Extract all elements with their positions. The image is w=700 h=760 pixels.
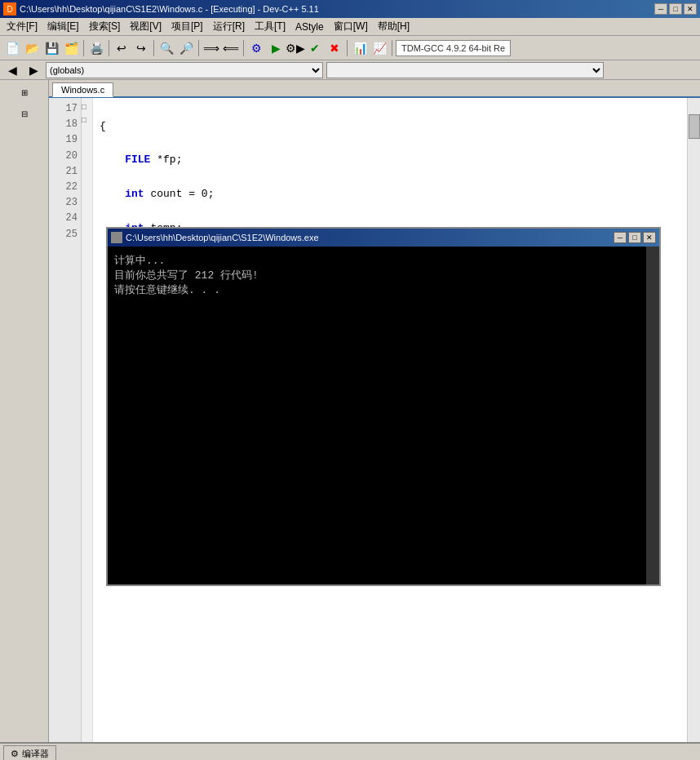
ln-22: 22	[49, 180, 78, 195]
nav-forward-button[interactable]: ▶	[24, 61, 42, 79]
window-title: C:\Users\hh\Desktop\qijianC\S1E2\Windows…	[20, 4, 319, 14]
tab-label: Windows.c	[61, 85, 104, 95]
title-bar-left: D C:\Users\hh\Desktop\qijianC\S1E2\Windo…	[3, 2, 319, 16]
menu-run[interactable]: 运行[R]	[208, 18, 250, 35]
menu-astyle[interactable]: AStyle	[290, 20, 329, 34]
ln-23: 23	[49, 195, 78, 211]
save-all-button[interactable]: 🗂️	[62, 39, 80, 57]
line-numbers: 17 18 19 20 21 22 23 24 25	[49, 98, 82, 742]
console-scrollbar[interactable]	[646, 247, 659, 584]
minimize-button[interactable]: ─	[654, 3, 667, 15]
stop-button[interactable]: ✖	[326, 39, 343, 57]
menu-help[interactable]: 帮助[H]	[373, 18, 414, 35]
ln-21: 21	[49, 164, 78, 180]
restore-button[interactable]: □	[669, 3, 682, 15]
left-btn2[interactable]: ⊟	[16, 104, 33, 122]
console-restore-btn[interactable]: □	[628, 232, 641, 243]
scrollbar-thumb[interactable]	[689, 114, 700, 139]
close-button[interactable]: ✕	[684, 3, 697, 15]
print-button[interactable]: 🖨️	[87, 39, 105, 57]
undo-button[interactable]: ↩	[113, 39, 131, 57]
toolbar: 📄 📂 💾 🗂️ 🖨️ ↩ ↪ 🔍 🔎 ⟹ ⟸ ⚙ ▶ ⚙▶ ✔ ✖ 📊 📈 T…	[0, 36, 700, 60]
tab-windows-c[interactable]: Windows.c	[52, 82, 113, 97]
editor-scrollbar[interactable]	[687, 98, 700, 742]
sep4	[198, 40, 199, 56]
console-title-left: C:\Users\hh\Desktop\qijianC\S1E2\Windows…	[111, 232, 319, 243]
console-line-2: 目前你总共写了 212 行代码!	[114, 268, 653, 282]
editor-container: Windows.c 17 18 19 20 21 22 23 24 25 □	[49, 80, 700, 742]
menu-tools[interactable]: 工具[T]	[250, 18, 290, 35]
globals-select[interactable]: (globals)	[46, 62, 323, 78]
indent-button[interactable]: ⟹	[202, 39, 220, 57]
left-panel: ⊞ ⊟	[0, 80, 49, 742]
check-button[interactable]: ✔	[306, 39, 324, 57]
code-line-19: int count = 0;	[100, 186, 680, 203]
debug-button[interactable]: 📊	[351, 39, 369, 57]
left-toggle-btn[interactable]: ⊞	[16, 83, 33, 101]
menu-file[interactable]: 文件[F]	[2, 18, 42, 35]
console-body: 计算中... 目前你总共写了 212 行代码! 请按任意键继续. . .	[108, 247, 659, 584]
unindent-button[interactable]: ⟸	[222, 39, 240, 57]
console-window: C:\Users\hh\Desktop\qijianC\S1E2\Windows…	[106, 227, 661, 586]
console-minimize-btn[interactable]: ─	[614, 232, 627, 243]
app-icon: D	[3, 2, 16, 16]
debug2-button[interactable]: 📈	[370, 39, 388, 57]
console-close-btn[interactable]: ✕	[643, 232, 656, 243]
ln-17: 17	[49, 101, 78, 117]
console-title: C:\Users\hh\Desktop\qijianC\S1E2\Windows…	[126, 233, 319, 242]
sep5	[243, 40, 244, 56]
bottom-toolbar: ⚙ 编译器	[0, 744, 700, 760]
code-line-17: {	[100, 118, 680, 136]
nav-back-button[interactable]: ◀	[3, 61, 21, 79]
sep1	[83, 40, 84, 56]
ln-18: 18	[49, 117, 78, 132]
function-select[interactable]	[326, 62, 604, 78]
ln-19: 19	[49, 132, 78, 148]
fold-23[interactable]: □	[82, 114, 92, 127]
compiler-icon: ⚙	[11, 749, 19, 759]
title-bar-buttons: ─ □ ✕	[654, 3, 697, 15]
find2-button[interactable]: 🔎	[177, 39, 195, 57]
compiler-label: TDM-GCC 4.9.2 64-bit Re	[396, 40, 511, 56]
main-area: ⊞ ⊟ Windows.c 17 18 19 20 21 22 23 24 25	[0, 80, 700, 742]
ln-20: 20	[49, 149, 78, 164]
console-line-1: 计算中...	[114, 253, 653, 268]
compiler-tab-btn[interactable]: ⚙ 编译器	[3, 745, 56, 760]
compile-run-button[interactable]: ⚙▶	[286, 39, 304, 57]
title-bar: D C:\Users\hh\Desktop\qijianC\S1E2\Windo…	[0, 0, 700, 18]
tab-bar: Windows.c	[49, 80, 700, 98]
fold-17[interactable]: □	[82, 101, 92, 114]
menu-bar: 文件[F] 编辑[E] 搜索[S] 视图[V] 项目[P] 运行[R] 工具[T…	[0, 18, 700, 36]
run-button[interactable]: ▶	[267, 39, 285, 57]
compile-button[interactable]: ⚙	[247, 39, 265, 57]
sep2	[109, 40, 109, 56]
code-line-18: FILE *fp;	[100, 152, 680, 169]
console-app-icon	[111, 232, 122, 243]
compiler-tab-label: 编译器	[22, 748, 49, 760]
menu-project[interactable]: 项目[P]	[166, 18, 208, 35]
sep6	[347, 40, 348, 56]
ln-25: 25	[49, 227, 78, 242]
menu-edit[interactable]: 编辑[E]	[42, 18, 84, 35]
open-button[interactable]: 📂	[23, 39, 41, 57]
save-button[interactable]: 💾	[42, 39, 60, 57]
find-button[interactable]: 🔍	[157, 39, 175, 57]
sep7	[392, 40, 392, 56]
fold-indicators: □ □	[82, 98, 93, 742]
sep3	[153, 40, 154, 56]
console-title-bar: C:\Users\hh\Desktop\qijianC\S1E2\Windows…	[108, 229, 659, 247]
redo-button[interactable]: ↪	[132, 39, 150, 57]
console-line-4: 请按任意键继续. . .	[114, 282, 653, 297]
menu-view[interactable]: 视图[V]	[125, 18, 166, 35]
menu-window[interactable]: 窗口[W]	[329, 18, 373, 35]
new-button[interactable]: 📄	[3, 39, 21, 57]
ln-24: 24	[49, 211, 78, 226]
toolbar2: ◀ ▶ (globals)	[0, 60, 700, 80]
bottom-panel: ⚙ 编译器 Shorten compiler paths -------- - …	[0, 742, 700, 760]
menu-search[interactable]: 搜索[S]	[84, 18, 126, 35]
console-buttons: ─ □ ✕	[614, 232, 656, 243]
